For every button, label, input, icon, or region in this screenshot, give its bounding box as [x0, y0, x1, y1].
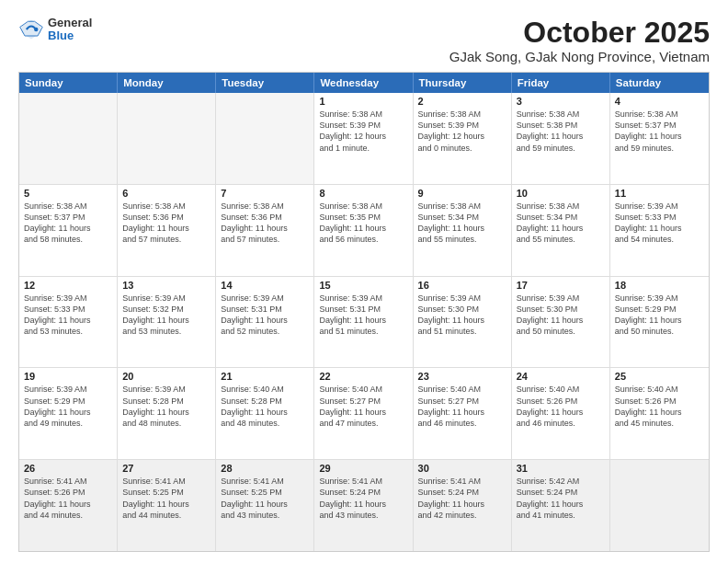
day-number: 14	[221, 280, 309, 291]
day-info: Sunrise: 5:38 AMSunset: 5:39 PMDaylight:…	[418, 109, 506, 154]
day-info: Sunrise: 5:40 AMSunset: 5:27 PMDaylight:…	[319, 384, 407, 429]
calendar-week-1: 1Sunrise: 5:38 AMSunset: 5:39 PMDaylight…	[19, 93, 709, 184]
day-info: Sunrise: 5:38 AMSunset: 5:38 PMDaylight:…	[517, 109, 605, 154]
calendar-cell-4-6: 24Sunrise: 5:40 AMSunset: 5:26 PMDayligh…	[512, 368, 610, 459]
calendar-cell-2-4: 8Sunrise: 5:38 AMSunset: 5:35 PMDaylight…	[314, 185, 413, 276]
header-day-wednesday: Wednesday	[314, 73, 413, 93]
calendar-cell-5-7	[610, 460, 709, 551]
calendar-cell-4-3: 21Sunrise: 5:40 AMSunset: 5:28 PMDayligh…	[216, 368, 314, 459]
calendar-week-2: 5Sunrise: 5:38 AMSunset: 5:37 PMDaylight…	[19, 184, 709, 276]
calendar-cell-3-7: 18Sunrise: 5:39 AMSunset: 5:29 PMDayligh…	[610, 277, 709, 368]
day-number: 4	[615, 96, 704, 107]
header-day-saturday: Saturday	[610, 73, 709, 93]
day-info: Sunrise: 5:39 AMSunset: 5:30 PMDaylight:…	[517, 293, 605, 338]
logo: General Blue	[18, 17, 92, 43]
calendar-week-4: 19Sunrise: 5:39 AMSunset: 5:29 PMDayligh…	[19, 367, 709, 459]
header-day-friday: Friday	[512, 73, 610, 93]
calendar-cell-5-3: 28Sunrise: 5:41 AMSunset: 5:25 PMDayligh…	[216, 460, 314, 551]
day-info: Sunrise: 5:41 AMSunset: 5:25 PMDaylight:…	[122, 476, 210, 521]
day-number: 27	[122, 463, 210, 474]
day-number: 29	[319, 463, 407, 474]
header: General Blue October 2025 GJak Song, GJa…	[18, 17, 710, 64]
day-number: 7	[221, 188, 309, 199]
calendar-cell-5-1: 26Sunrise: 5:41 AMSunset: 5:26 PMDayligh…	[19, 460, 118, 551]
calendar-cell-5-2: 27Sunrise: 5:41 AMSunset: 5:25 PMDayligh…	[118, 460, 216, 551]
calendar-cell-1-6: 3Sunrise: 5:38 AMSunset: 5:38 PMDaylight…	[512, 93, 610, 184]
calendar-cell-2-3: 7Sunrise: 5:38 AMSunset: 5:36 PMDaylight…	[216, 185, 314, 276]
day-number: 25	[615, 371, 704, 382]
day-info: Sunrise: 5:40 AMSunset: 5:28 PMDaylight:…	[221, 384, 309, 429]
day-info: Sunrise: 5:40 AMSunset: 5:26 PMDaylight:…	[615, 384, 704, 429]
day-number: 31	[517, 463, 605, 474]
day-number: 12	[24, 280, 112, 291]
day-info: Sunrise: 5:38 AMSunset: 5:37 PMDaylight:…	[24, 201, 112, 246]
day-number: 22	[319, 371, 407, 382]
calendar-cell-2-6: 10Sunrise: 5:38 AMSunset: 5:34 PMDayligh…	[512, 185, 610, 276]
calendar-cell-3-2: 13Sunrise: 5:39 AMSunset: 5:32 PMDayligh…	[118, 277, 216, 368]
day-info: Sunrise: 5:38 AMSunset: 5:34 PMDaylight:…	[418, 201, 506, 246]
calendar-cell-5-6: 31Sunrise: 5:42 AMSunset: 5:24 PMDayligh…	[512, 460, 610, 551]
day-info: Sunrise: 5:38 AMSunset: 5:34 PMDaylight:…	[517, 201, 605, 246]
day-info: Sunrise: 5:40 AMSunset: 5:26 PMDaylight:…	[517, 384, 605, 429]
day-number: 9	[418, 188, 506, 199]
calendar-cell-3-6: 17Sunrise: 5:39 AMSunset: 5:30 PMDayligh…	[512, 277, 610, 368]
day-info: Sunrise: 5:38 AMSunset: 5:36 PMDaylight:…	[122, 201, 210, 246]
day-info: Sunrise: 5:41 AMSunset: 5:26 PMDaylight:…	[24, 476, 112, 521]
day-info: Sunrise: 5:38 AMSunset: 5:39 PMDaylight:…	[319, 109, 407, 154]
header-day-sunday: Sunday	[19, 73, 118, 93]
day-info: Sunrise: 5:39 AMSunset: 5:31 PMDaylight:…	[221, 293, 309, 338]
day-number: 10	[517, 188, 605, 199]
calendar-cell-1-4: 1Sunrise: 5:38 AMSunset: 5:39 PMDaylight…	[314, 93, 413, 184]
day-info: Sunrise: 5:39 AMSunset: 5:30 PMDaylight:…	[418, 293, 506, 338]
day-number: 15	[319, 280, 407, 291]
calendar-cell-1-5: 2Sunrise: 5:38 AMSunset: 5:39 PMDaylight…	[414, 93, 512, 184]
calendar-cell-2-5: 9Sunrise: 5:38 AMSunset: 5:34 PMDaylight…	[414, 185, 512, 276]
day-number: 24	[517, 371, 605, 382]
calendar-cell-1-1	[19, 93, 118, 184]
day-number: 19	[24, 371, 112, 382]
calendar: SundayMondayTuesdayWednesdayThursdayFrid…	[18, 72, 710, 552]
day-number: 11	[615, 188, 704, 199]
day-info: Sunrise: 5:38 AMSunset: 5:35 PMDaylight:…	[319, 201, 407, 246]
logo-blue: Blue	[48, 29, 92, 42]
calendar-cell-3-5: 16Sunrise: 5:39 AMSunset: 5:30 PMDayligh…	[414, 277, 512, 368]
day-info: Sunrise: 5:39 AMSunset: 5:33 PMDaylight:…	[615, 201, 704, 246]
calendar-cell-3-3: 14Sunrise: 5:39 AMSunset: 5:31 PMDayligh…	[216, 277, 314, 368]
header-day-monday: Monday	[118, 73, 216, 93]
calendar-cell-1-2	[118, 93, 216, 184]
header-day-tuesday: Tuesday	[216, 73, 314, 93]
day-info: Sunrise: 5:39 AMSunset: 5:32 PMDaylight:…	[122, 293, 210, 338]
calendar-week-3: 12Sunrise: 5:39 AMSunset: 5:33 PMDayligh…	[19, 276, 709, 368]
calendar-cell-3-1: 12Sunrise: 5:39 AMSunset: 5:33 PMDayligh…	[19, 277, 118, 368]
title-block: October 2025 GJak Song, GJak Nong Provin…	[449, 17, 710, 64]
day-number: 21	[221, 371, 309, 382]
day-info: Sunrise: 5:39 AMSunset: 5:29 PMDaylight:…	[24, 384, 112, 429]
day-info: Sunrise: 5:41 AMSunset: 5:24 PMDaylight:…	[319, 476, 407, 521]
day-info: Sunrise: 5:39 AMSunset: 5:33 PMDaylight:…	[24, 293, 112, 338]
day-info: Sunrise: 5:39 AMSunset: 5:31 PMDaylight:…	[319, 293, 407, 338]
calendar-cell-4-7: 25Sunrise: 5:40 AMSunset: 5:26 PMDayligh…	[610, 368, 709, 459]
day-number: 8	[319, 188, 407, 199]
calendar-cell-2-1: 5Sunrise: 5:38 AMSunset: 5:37 PMDaylight…	[19, 185, 118, 276]
day-number: 20	[122, 371, 210, 382]
day-info: Sunrise: 5:38 AMSunset: 5:37 PMDaylight:…	[615, 109, 704, 154]
calendar-cell-4-5: 23Sunrise: 5:40 AMSunset: 5:27 PMDayligh…	[414, 368, 512, 459]
calendar-cell-4-4: 22Sunrise: 5:40 AMSunset: 5:27 PMDayligh…	[314, 368, 413, 459]
day-number: 6	[122, 188, 210, 199]
day-info: Sunrise: 5:39 AMSunset: 5:29 PMDaylight:…	[615, 293, 704, 338]
day-number: 2	[418, 96, 506, 107]
day-number: 17	[517, 280, 605, 291]
day-number: 28	[221, 463, 309, 474]
calendar-week-5: 26Sunrise: 5:41 AMSunset: 5:26 PMDayligh…	[19, 459, 709, 551]
calendar-cell-4-2: 20Sunrise: 5:39 AMSunset: 5:28 PMDayligh…	[118, 368, 216, 459]
day-number: 23	[418, 371, 506, 382]
day-number: 5	[24, 188, 112, 199]
day-info: Sunrise: 5:41 AMSunset: 5:25 PMDaylight:…	[221, 476, 309, 521]
day-info: Sunrise: 5:41 AMSunset: 5:24 PMDaylight:…	[418, 476, 506, 521]
calendar-cell-5-5: 30Sunrise: 5:41 AMSunset: 5:24 PMDayligh…	[414, 460, 512, 551]
day-info: Sunrise: 5:40 AMSunset: 5:27 PMDaylight:…	[418, 384, 506, 429]
day-number: 18	[615, 280, 704, 291]
calendar-cell-5-4: 29Sunrise: 5:41 AMSunset: 5:24 PMDayligh…	[314, 460, 413, 551]
day-number: 16	[418, 280, 506, 291]
calendar-cell-3-4: 15Sunrise: 5:39 AMSunset: 5:31 PMDayligh…	[314, 277, 413, 368]
